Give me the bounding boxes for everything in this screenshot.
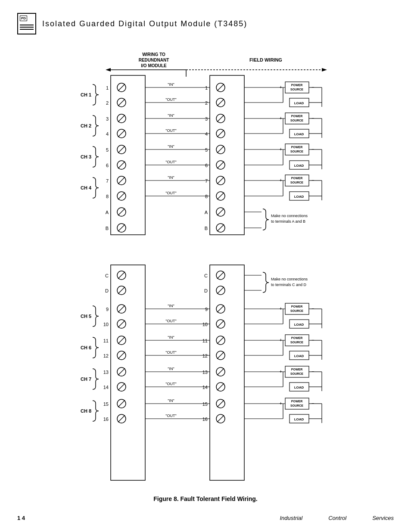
svg-text:"OUT": "OUT" — [165, 350, 176, 355]
svg-text:LOAD: LOAD — [294, 354, 304, 358]
svg-text:1: 1 — [106, 85, 109, 90]
svg-rect-9 — [111, 75, 145, 235]
footer: 1 4 Industrial Control Services — [17, 515, 394, 521]
svg-text:LOAD: LOAD — [294, 132, 304, 136]
bottom-diagram: C D 9 10 11 12 13 — [55, 263, 356, 487]
svg-text:12: 12 — [103, 353, 109, 358]
svg-text:POWER: POWER — [291, 146, 302, 149]
figure-caption: Figure 8. Fault Tolerant Field Wiring. — [153, 495, 258, 502]
header: Isolated Guarded Digital Output Module (… — [17, 13, 394, 34]
svg-text:16: 16 — [202, 417, 208, 422]
footer-industrial: Industrial — [280, 515, 302, 521]
doc-icon — [17, 13, 36, 34]
svg-text:SOURCE: SOURCE — [290, 150, 303, 153]
svg-rect-10 — [210, 75, 244, 235]
svg-text:7: 7 — [106, 178, 109, 184]
svg-text:SOURCE: SOURCE — [290, 309, 303, 312]
footer-right: Industrial Control Services — [280, 515, 394, 521]
svg-text:CH 5: CH 5 — [81, 314, 91, 319]
top-diagram: WIRING TO REDUNDNANT I/O MODULE FIELD WI… — [55, 47, 356, 258]
svg-text:+: + — [280, 306, 282, 311]
svg-text:"IN": "IN" — [168, 304, 174, 308]
svg-text:CH 3: CH 3 — [81, 154, 91, 159]
svg-text:14: 14 — [103, 385, 109, 390]
svg-text:C: C — [204, 273, 208, 278]
svg-text:LOAD: LOAD — [294, 417, 304, 421]
svg-text:LOAD: LOAD — [294, 164, 304, 168]
svg-text:"IN": "IN" — [168, 367, 174, 371]
svg-text:−: − — [311, 306, 314, 311]
svg-text:SOURCE: SOURCE — [290, 181, 303, 184]
svg-text:A: A — [106, 210, 109, 215]
svg-text:6: 6 — [106, 163, 109, 168]
svg-text:CH 2: CH 2 — [81, 123, 91, 128]
svg-text:POWER: POWER — [291, 115, 302, 118]
svg-text:"OUT": "OUT" — [165, 191, 176, 195]
svg-text:3: 3 — [106, 116, 109, 121]
svg-text:10: 10 — [202, 322, 208, 327]
svg-text:CH 4: CH 4 — [81, 185, 92, 190]
page-number: 1 4 — [17, 515, 25, 521]
svg-rect-148 — [210, 265, 244, 480]
svg-text:15: 15 — [103, 401, 109, 407]
svg-text:+: + — [280, 84, 282, 90]
svg-text:11: 11 — [103, 338, 109, 343]
svg-text:9: 9 — [106, 307, 109, 312]
svg-text:12: 12 — [202, 353, 208, 358]
svg-text:D: D — [204, 288, 208, 293]
svg-text:8: 8 — [106, 194, 109, 199]
svg-text:1: 1 — [205, 85, 208, 90]
svg-text:C: C — [105, 273, 109, 278]
svg-text:SOURCE: SOURCE — [290, 372, 303, 375]
svg-text:2: 2 — [205, 100, 208, 106]
svg-text:−: − — [311, 401, 314, 406]
svg-text:LOAD: LOAD — [294, 101, 304, 105]
svg-text:B: B — [106, 226, 109, 231]
svg-text:2: 2 — [106, 100, 109, 106]
svg-text:LOAD: LOAD — [294, 195, 304, 199]
svg-text:"IN": "IN" — [168, 113, 174, 118]
svg-text:REDUNDNANT: REDUNDNANT — [139, 58, 169, 62]
svg-text:POWER: POWER — [291, 177, 302, 180]
svg-text:CH 6: CH 6 — [81, 345, 91, 350]
svg-text:−: − — [311, 369, 314, 374]
svg-text:Make no connections: Make no connections — [271, 277, 308, 281]
svg-text:7: 7 — [205, 178, 208, 184]
svg-text:"OUT": "OUT" — [165, 128, 176, 133]
svg-text:5: 5 — [106, 147, 109, 152]
svg-text:+: + — [280, 369, 282, 374]
svg-text:13: 13 — [202, 370, 208, 375]
svg-text:FIELD WIRING: FIELD WIRING — [249, 57, 282, 62]
svg-text:−: − — [311, 177, 314, 183]
svg-text:D: D — [105, 288, 109, 293]
svg-text:15: 15 — [202, 401, 208, 407]
svg-text:"IN": "IN" — [168, 175, 174, 180]
svg-text:9: 9 — [205, 307, 208, 312]
svg-text:SOURCE: SOURCE — [290, 119, 303, 122]
svg-text:SOURCE: SOURCE — [290, 341, 303, 344]
svg-text:to terminals A and B: to terminals A and B — [271, 219, 305, 224]
footer-services: Services — [372, 515, 394, 521]
svg-text:+: + — [280, 177, 282, 183]
svg-text:SOURCE: SOURCE — [290, 404, 303, 407]
svg-text:+: + — [280, 115, 282, 121]
page-title: Isolated Guarded Digital Output Module (… — [42, 19, 247, 28]
diagram-section: WIRING TO REDUNDNANT I/O MODULE FIELD WI… — [17, 47, 394, 515]
svg-text:SOURCE: SOURCE — [290, 88, 303, 91]
svg-text:+: + — [280, 337, 282, 342]
svg-text:+: + — [280, 401, 282, 406]
svg-text:WIRING TO: WIRING TO — [142, 52, 165, 57]
svg-text:13: 13 — [103, 370, 109, 375]
svg-text:"IN": "IN" — [168, 82, 174, 87]
svg-text:11: 11 — [202, 338, 208, 343]
svg-text:"IN": "IN" — [168, 335, 174, 339]
svg-text:"IN": "IN" — [168, 398, 174, 403]
footer-control: Control — [328, 515, 346, 521]
svg-text:4: 4 — [106, 131, 109, 137]
svg-text:"OUT": "OUT" — [165, 319, 176, 323]
svg-text:16: 16 — [103, 417, 109, 422]
svg-text:B: B — [205, 226, 208, 231]
svg-text:to terminals C and D: to terminals C and D — [271, 283, 307, 287]
svg-text:CH 8: CH 8 — [81, 408, 91, 414]
svg-text:"OUT": "OUT" — [165, 160, 176, 164]
